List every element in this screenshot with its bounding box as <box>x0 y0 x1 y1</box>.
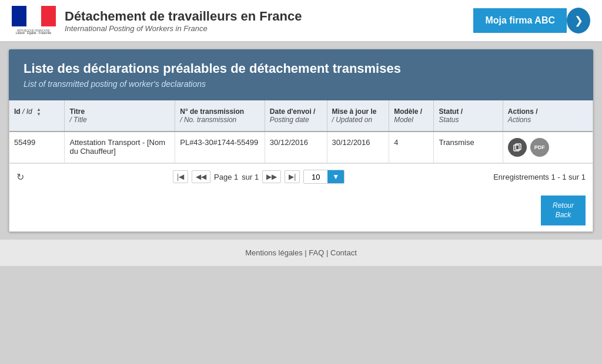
table-header-row: Id / Id ▲ ▼ Titre / Title N° de transmis… <box>9 100 593 132</box>
footer: Mentions légales | FAQ | Contact <box>0 239 602 266</box>
header-title-block: Détachement de travailleurs en France In… <box>65 9 302 33</box>
col-date-envoi[interactable]: Date d'envoi / Posting date <box>265 100 327 132</box>
copy-action-button[interactable] <box>508 138 527 157</box>
prev-page-button[interactable]: ◀◀ <box>192 170 210 183</box>
page-header: Liberté · Égalité · Fraternité RÉPUBLIQU… <box>0 0 602 42</box>
col-num-transmission[interactable]: N° de transmission / No. transmission <box>175 100 265 132</box>
site-subtitle: International Posting of Workers in Fran… <box>65 24 302 33</box>
footer-link-mentions[interactable]: Mentions légales <box>245 248 303 257</box>
footer-link-faq[interactable]: FAQ <box>309 248 324 257</box>
svg-rect-1 <box>26 6 41 26</box>
site-title: Détachement de travailleurs en France <box>65 9 302 24</box>
next-page-button[interactable]: ▶▶ <box>262 170 281 183</box>
back-sublabel: Back <box>553 211 574 220</box>
sur-label: sur 1 <box>242 173 259 181</box>
main-wrapper: Liste des déclarations préalables de dét… <box>0 49 602 272</box>
pagination-center: |◀ ◀◀ Page 1 sur 1 ▶▶ ▶| ▼ <box>173 170 345 184</box>
firm-arrow-icon[interactable]: ❯ <box>567 8 590 33</box>
cell-actions: PDF <box>503 132 593 163</box>
cell-modele: 4 <box>389 132 434 163</box>
back-label: Retour <box>553 201 574 211</box>
cell-num-transmission: PL#43-30#1744-55499 <box>175 132 265 163</box>
items-per-page-input[interactable] <box>304 171 327 183</box>
declaration-header: Liste des déclarations préalables de dét… <box>9 49 593 100</box>
last-page-button[interactable]: ▶| <box>285 170 300 183</box>
pdf-label: PDF <box>534 144 545 150</box>
col-modele[interactable]: Modèle / Model <box>389 100 434 132</box>
items-per-page-wrap: ▼ <box>303 170 345 184</box>
cell-id: 55499 <box>9 132 65 163</box>
refresh-icon[interactable]: ↻ <box>16 171 24 183</box>
cell-statut: Transmise <box>434 132 503 163</box>
section-title: Liste des déclarations préalables de dét… <box>24 61 578 76</box>
table-row: 55499 Attestation Transport - [Nom du Ch… <box>9 132 593 163</box>
pdf-action-button[interactable]: PDF <box>530 138 549 157</box>
col-statut[interactable]: Statut / Status <box>434 100 503 132</box>
republic-logo: Liberté · Égalité · Fraternité RÉPUBLIQU… <box>12 6 56 35</box>
pagination-row: ↻ |◀ ◀◀ Page 1 sur 1 ▶▶ ▶| ▼ Enregistrem… <box>9 163 593 190</box>
sort-arrows-id: ▲ ▼ <box>36 107 41 117</box>
firm-button[interactable]: Moja firma ABC <box>473 8 567 33</box>
header-left: Liberté · Égalité · Fraternité RÉPUBLIQU… <box>12 6 302 35</box>
table-container: Id / Id ▲ ▼ Titre / Title N° de transmis… <box>9 100 593 232</box>
cell-date-envoi: 30/12/2016 <box>265 132 327 163</box>
svg-text:RÉPUBLIQUE FRANÇAISE: RÉPUBLIQUE FRANÇAISE <box>17 29 50 32</box>
cell-mise-a-jour: 30/12/2016 <box>327 132 389 163</box>
content-box: Liste des déclarations préalables de dét… <box>9 49 593 232</box>
first-page-button[interactable]: |◀ <box>173 170 188 183</box>
back-row: Retour Back <box>9 190 593 231</box>
copy-icon <box>513 143 521 151</box>
col-mise-a-jour[interactable]: Mise à jour le / Updated on <box>327 100 389 132</box>
declarations-table: Id / Id ▲ ▼ Titre / Title N° de transmis… <box>9 100 593 163</box>
footer-link-contact[interactable]: Contact <box>330 248 357 257</box>
firm-name: Moja firma ABC <box>485 15 555 26</box>
items-per-page-dropdown[interactable]: ▼ <box>327 170 344 183</box>
action-icons: PDF <box>508 138 588 157</box>
header-right: Moja firma ABC ❯ <box>473 8 590 33</box>
cell-titre: Attestation Transport - [Nom du Chauffeu… <box>65 132 175 163</box>
back-button[interactable]: Retour Back <box>541 196 586 225</box>
col-titre[interactable]: Titre / Title <box>65 100 175 132</box>
col-id[interactable]: Id / Id ▲ ▼ <box>9 100 65 132</box>
svg-rect-0 <box>12 6 26 26</box>
pagination-left: ↻ <box>16 171 24 183</box>
svg-rect-2 <box>41 6 56 26</box>
col-actions[interactable]: Actions / Actions <box>503 100 593 132</box>
section-subtitle: List of transmitted posting of worker's … <box>24 79 578 89</box>
page-label: Page 1 <box>214 173 238 181</box>
footer-sep-2: | <box>326 248 330 257</box>
records-info: Enregistrements 1 - 1 sur 1 <box>493 173 586 181</box>
